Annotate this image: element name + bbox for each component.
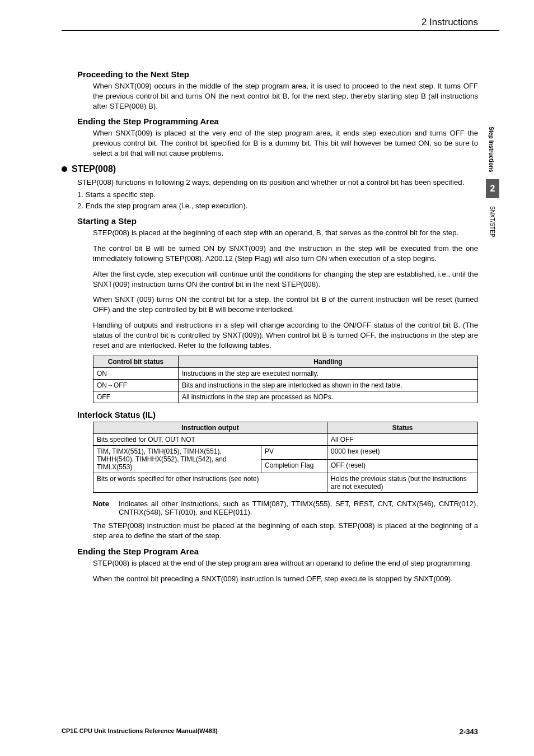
heading-proceeding: Proceeding to the Next Step: [77, 69, 478, 79]
th: Control bit status: [93, 356, 179, 368]
table-row: OFF All instructions in the step are pro…: [93, 391, 478, 403]
table-row: ON→OFF Bits and instructions in the step…: [93, 380, 478, 391]
table-row: TIM, TIMX(551), TIMH(015), TIMHX(551), T…: [93, 446, 478, 460]
td: ON→OFF: [93, 380, 179, 391]
th: Status: [327, 422, 478, 434]
para: STEP(008) is placed at the beginning of …: [93, 228, 478, 238]
para: STEP(008) functions in following 2 ways,…: [77, 178, 478, 188]
header-rule: [62, 30, 499, 31]
para: After the first cycle, step execution wi…: [93, 269, 478, 290]
td: TIM, TIMX(551), TIMH(015), TIMHX(551), T…: [93, 446, 261, 473]
side-tabs: Step Instructions 2 SNXT/STEP: [486, 123, 499, 241]
header-section: 2 Instructions: [421, 17, 478, 28]
para: STEP(008) is placed at the end of the st…: [93, 558, 478, 568]
table-row: ON Instructions in the step are executed…: [93, 368, 478, 380]
para: When SNXT(009) is placed at the very end…: [93, 128, 478, 158]
para: The STEP(008) instruction must be placed…: [93, 521, 478, 541]
table-row: Bits or words specified for other instru…: [93, 473, 478, 493]
list-item: 2. Ends the step program area (i.e., ste…: [77, 201, 478, 211]
td: 0000 hex (reset): [327, 446, 478, 460]
table-interlock-status: Instruction output Status Bits specified…: [93, 422, 478, 493]
td: Bits and instructions in the step are in…: [179, 380, 478, 391]
table-row: Control bit status Handling: [93, 356, 478, 368]
footer-page-number: 2-343: [460, 727, 478, 736]
heading-starting-step: Starting a Step: [77, 216, 478, 226]
td: Completion Flag: [261, 459, 327, 473]
th: Handling: [179, 356, 478, 368]
list-item: 1. Starts a specific step.: [77, 190, 478, 200]
table-control-bit-status: Control bit status Handling ON Instructi…: [93, 356, 478, 403]
heading-step008-text: STEP(008): [72, 164, 116, 174]
table-row: Instruction output Status: [93, 422, 478, 434]
para: When SNXT (009) turns ON the control bit…: [93, 295, 478, 315]
heading-interlock-status: Interlock Status (IL): [77, 410, 478, 419]
heading-step008: STEP(008): [62, 164, 478, 174]
para: When SNXT(009) occurs in the middle of t…: [93, 81, 478, 111]
side-chapter-number: 2: [486, 179, 499, 198]
table-row: Bits specified for OUT, OUT NOT All OFF: [93, 434, 478, 446]
td: Instructions in the step are executed no…: [179, 368, 478, 380]
para: When the control bit preceding a SNXT(00…: [93, 574, 478, 584]
td: PV: [261, 446, 327, 460]
heading-ending-step-program: Ending the Step Program Area: [77, 547, 478, 556]
content: Proceeding to the Next Step When SNXT(00…: [62, 67, 478, 711]
footer-left: CP1E CPU Unit Instructions Reference Man…: [62, 727, 218, 736]
td: Bits specified for OUT, OUT NOT: [93, 434, 327, 446]
td: All instructions in the step are process…: [179, 391, 478, 403]
heading-ending-area: Ending the Step Programming Area: [77, 116, 478, 126]
note: Note Indicates all other instructions, s…: [93, 500, 478, 516]
footer: CP1E CPU Unit Instructions Reference Man…: [62, 727, 478, 736]
td: OFF: [93, 391, 179, 403]
td: All OFF: [327, 434, 478, 446]
side-label-top: Step Instructions: [486, 123, 496, 176]
note-text: Indicates all other instructions, such a…: [119, 500, 478, 516]
para: The control bit B will be turned ON by S…: [93, 244, 478, 264]
note-label: Note: [93, 500, 119, 516]
th: Instruction output: [93, 422, 327, 434]
td: OFF (reset): [327, 459, 478, 473]
bullet-icon: [62, 166, 67, 172]
para: Handling of outputs and instructions in …: [93, 320, 478, 350]
td: ON: [93, 368, 179, 380]
td: Holds the previous status (but the instr…: [327, 473, 478, 493]
td: Bits or words specified for other instru…: [93, 473, 327, 493]
side-label-bottom: SNXT/STEP: [486, 202, 499, 242]
